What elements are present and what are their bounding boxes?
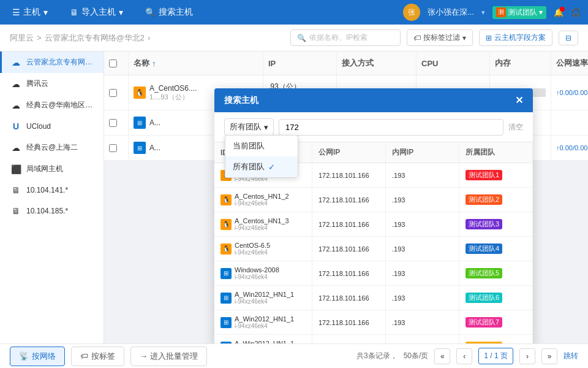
sidebar-item-jingdian-sh[interactable]: ☁ 经典云@上海二 [0, 137, 104, 158]
modal-row-id-val: i-94xz46ek4 [235, 249, 270, 256]
nav-search[interactable]: 🔍 搜索主机 [140, 4, 198, 20]
dropdown-item-all-teams[interactable]: 所有团队 ✓ [225, 156, 298, 177]
ucloud-icon: U [10, 121, 21, 131]
modal-table-row[interactable]: ⊞ A_Win2012_HN1_1 i-94xz46ek4 172.118.10… [214, 335, 533, 343]
column-config-button[interactable]: ⊞ 云主机字段方案 [479, 29, 552, 46]
batch-management-button[interactable]: → 进入批量管理 [130, 347, 207, 366]
team-select-dropdown[interactable]: 所有团队 ▾ 当前团队 所有团队 ✓ [224, 118, 274, 136]
team-chevron: ▾ [539, 8, 543, 17]
user-chevron: ▾ [481, 9, 485, 17]
sidebar-item-lan[interactable]: ⬛ 局域网主机 [0, 158, 104, 180]
modal-os-icon: ⊞ [221, 268, 232, 279]
modal-row-name: A_Win2012_HN1_1 [235, 291, 294, 298]
sidebar-item-aliyun[interactable]: ☁ 云管家北京专有网络@... [0, 52, 104, 73]
notification-dot [560, 7, 565, 12]
last-page-btn[interactable]: » [541, 348, 557, 364]
team-select-label: 所有团队 [230, 121, 262, 132]
modal-row-name: Windows-2008 [235, 266, 279, 274]
tab-by-network[interactable]: 📡 按网络 [10, 347, 65, 366]
modal-close-button[interactable]: ✕ [515, 94, 523, 106]
modal-row-public-ip: 172.118.101.166 [312, 237, 386, 261]
first-page-btn[interactable]: « [434, 348, 450, 364]
notification-bell[interactable]: 🔔 [554, 8, 564, 17]
sidebar-item-label: 10.104.141.* [26, 186, 95, 194]
sidebar-item-label: 云管家北京专有网络@... [26, 57, 95, 67]
sidebar-item-tencent[interactable]: ☁ 腾讯云 [0, 73, 104, 94]
username: 张小强在深... [428, 7, 474, 18]
sidebar-item-ip2[interactable]: 🖥 10.104.185.* [0, 201, 104, 221]
modal-overlay: 搜索主机 ✕ 所有团队 ▾ 当前团队 所有团队 [104, 52, 588, 343]
modal-row-private-ip: .193 [386, 188, 459, 212]
prev-page-btn[interactable]: ‹ [456, 348, 472, 364]
modal-search-bar: 所有团队 ▾ 当前团队 所有团队 ✓ [214, 112, 533, 142]
team-badge[interactable]: 测 测试团队 ▾ [492, 6, 546, 19]
sidebar-item-ucloud[interactable]: U UCloud [0, 116, 104, 137]
team-tag: 测试团队2 [466, 194, 502, 205]
pagination: 1 / 1 页 [478, 348, 513, 364]
modal-row-id-val: i-94xz46ek4 [235, 224, 289, 231]
main-layout: ☁ 云管家北京专有网络@... ☁ 腾讯云 ☁ 经典云@华南地区（广州） U U… [0, 52, 588, 343]
nav-brand[interactable]: ☰ 主机 ▾ [7, 4, 53, 20]
sidebar-item-jingdian-gz[interactable]: ☁ 经典云@华南地区（广州） [0, 94, 104, 116]
modal-row-private-ip: .193 [386, 261, 459, 285]
modal-rows-container: 🐧 A_CentOS_HN1_1 i-94xz46ek4 172.118.101… [214, 163, 533, 343]
content-area: 名称 ↑ IP 接入方式 CPU 内存 公网速率 过期时间 🐧 A_CentOS… [104, 52, 588, 343]
sidebar-item-label: UCloud [26, 122, 95, 131]
bottom-bar: 📡 按网络 🏷 按标签 → 进入批量管理 共3条记录， 50条/页 « ‹ 1 … [0, 343, 588, 368]
team-tag: 测试团队1 [466, 170, 502, 180]
tab-by-tag[interactable]: 🏷 按标签 [71, 347, 124, 366]
headphone-icon[interactable]: 🎧 [571, 8, 581, 17]
modal-table-row[interactable]: 🐧 A_Centos_HN1_3 i-94xz46ek4 172.118.101… [214, 212, 533, 237]
modal-row-team: 测试团队5 [459, 261, 533, 285]
breadcrumb-arrow: › [148, 33, 150, 42]
modal-title: 搜索主机 [224, 95, 258, 106]
monitor-icon-2: 🖥 [10, 206, 21, 216]
total-records: 共3条记录， [356, 351, 398, 361]
modal-os-icon: 🐧 [221, 194, 232, 205]
breadcrumb: 阿里云 > 云管家北京专有网络@华北2 › [10, 33, 150, 44]
clear-button[interactable]: 清空 [508, 122, 523, 132]
sidebar-item-ip1[interactable]: 🖥 10.104.141.* [0, 180, 104, 201]
modal-row-private-ip: .193 [386, 212, 459, 236]
tencent-icon: ☁ [10, 79, 21, 89]
modal-row-team: 测试团队6 [459, 286, 533, 310]
modal-row-name: CentOS-6.5 [235, 242, 270, 249]
breadcrumb-current[interactable]: 云管家北京专有网络@华北2 [45, 33, 145, 44]
modal-os-icon: 🐧 [221, 243, 232, 255]
dropdown-item-current-team[interactable]: 当前团队 [225, 136, 298, 156]
modal-row-id: ⊞ A_Win2012_HN1_1 i-94xz46ek4 [214, 286, 312, 310]
sidebar-item-label: 局域网主机 [26, 164, 95, 174]
modal-row-id-val: i-94xz46ek4 [235, 274, 279, 280]
search-icon-small: 🔍 [297, 34, 306, 42]
modal-row-private-ip: .193 [386, 310, 459, 334]
modal-search-input[interactable] [279, 119, 503, 136]
team-icon: 测 [496, 7, 506, 17]
modal-table-row[interactable]: 🐧 A_Centos_HN1_2 i-94xz46ek4 172.118.101… [214, 188, 533, 212]
modal-row-id-val: i-94xz46ek4 [235, 323, 294, 329]
all-teams-label: 所有团队 [233, 161, 265, 172]
next-page-btn[interactable]: › [519, 348, 535, 364]
search-host-modal: 搜索主机 ✕ 所有团队 ▾ 当前团队 所有团队 [214, 88, 533, 343]
team-tag: 测试团队6 [466, 293, 502, 303]
sidebar-item-label: 经典云@华南地区（广州） [26, 100, 95, 110]
modal-os-icon: ⊞ [221, 342, 232, 344]
modal-os-icon: ⊞ [221, 293, 232, 304]
tag-filter-button[interactable]: 🏷 按标签过滤 ▾ [407, 29, 473, 46]
modal-table-row[interactable]: ⊞ A_Win2012_HN1_1 i-94xz46ek4 172.118.10… [214, 286, 533, 310]
filter-icon: 🏷 [413, 34, 421, 42]
breadcrumb-separator: > [37, 33, 42, 42]
modal-table-row[interactable]: ⊞ A_Win2012_HN1_1 i-94xz46ek4 172.118.10… [214, 310, 533, 335]
host-search-box[interactable]: 🔍 依据名称、IP检索 [290, 29, 401, 46]
team-dropdown-menu: 当前团队 所有团队 ✓ [225, 135, 298, 178]
nav-import[interactable]: 🖥 导入主机 ▾ [65, 4, 128, 20]
avatar[interactable]: 张 [403, 4, 420, 21]
brand-chevron: ▾ [43, 7, 48, 17]
jump-button[interactable]: 跳转 [564, 351, 578, 361]
breadcrumb-root[interactable]: 阿里云 [10, 33, 34, 44]
modal-row-public-ip: 172.118.101.166 [312, 310, 386, 334]
jingdian-icon: ☁ [10, 101, 21, 110]
modal-table-row[interactable]: 🐧 CentOS-6.5 i-94xz46ek4 172.118.101.166… [214, 237, 533, 261]
modal-table-row[interactable]: ⊞ Windows-2008 i-94xz46ek4 172.118.101.1… [214, 261, 533, 286]
layout-toggle-button[interactable]: ⊟ [559, 31, 578, 45]
import-chevron: ▾ [119, 7, 123, 17]
